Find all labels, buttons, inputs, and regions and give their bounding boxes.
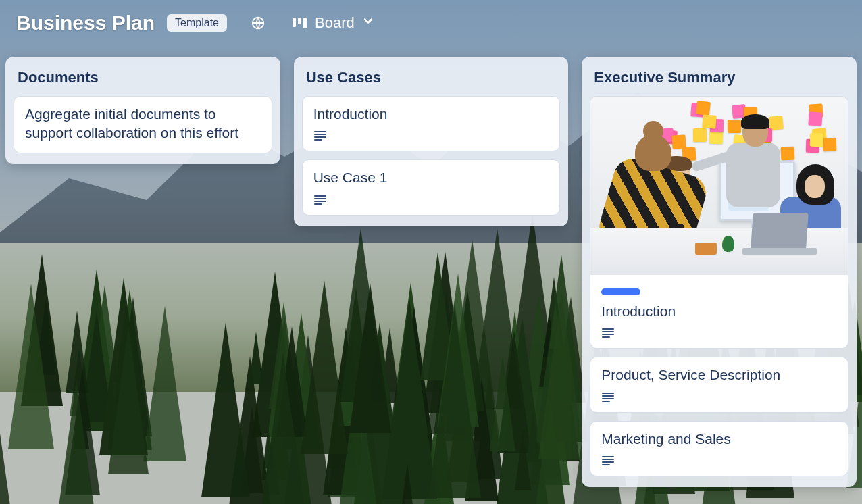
svg-rect-1 <box>293 18 296 27</box>
card-cover-image <box>590 97 848 275</box>
view-switcher[interactable]: Board <box>292 14 375 32</box>
description-icon <box>601 455 837 466</box>
column-title[interactable]: Documents <box>14 66 272 88</box>
svg-rect-3 <box>303 18 307 28</box>
column-use-cases: Use Cases Introduction Use Case 1 <box>294 57 569 226</box>
card[interactable]: Marketing and Sales <box>590 421 848 476</box>
card-title: Introduction <box>313 105 549 124</box>
view-label: Board <box>315 14 355 32</box>
description-icon <box>601 392 837 403</box>
card-title: Use Case 1 <box>313 168 549 187</box>
card[interactable]: Use Case 1 <box>302 159 561 215</box>
card-tag <box>601 288 640 295</box>
board-view-icon <box>292 16 308 30</box>
card-title: Aggregate initial documents to support c… <box>25 105 261 143</box>
card-title: Introduction <box>601 302 837 321</box>
column-documents: Documents Aggregate initial documents to… <box>5 57 280 164</box>
card[interactable]: Product, Service Description <box>590 357 848 412</box>
card[interactable]: Introduction <box>302 96 561 151</box>
card-title: Product, Service Description <box>601 366 837 384</box>
globe-icon[interactable] <box>249 14 268 32</box>
template-badge[interactable]: Template <box>167 14 227 32</box>
svg-rect-2 <box>298 18 301 24</box>
page-title: Business Plan <box>16 11 155 34</box>
column-executive-summary: Executive Summary <box>582 57 857 487</box>
description-icon <box>313 130 549 141</box>
card-title: Marketing and Sales <box>601 430 837 449</box>
column-title[interactable]: Use Cases <box>302 66 561 88</box>
card[interactable]: Introduction <box>590 96 848 349</box>
description-icon <box>601 328 837 338</box>
description-icon <box>313 195 549 205</box>
column-title[interactable]: Executive Summary <box>590 66 848 88</box>
board: Documents Aggregate initial documents to… <box>0 39 862 504</box>
chevron-down-icon <box>361 14 375 32</box>
header: Business Plan Template Board <box>0 0 862 39</box>
card[interactable]: Aggregate initial documents to support c… <box>14 96 272 153</box>
